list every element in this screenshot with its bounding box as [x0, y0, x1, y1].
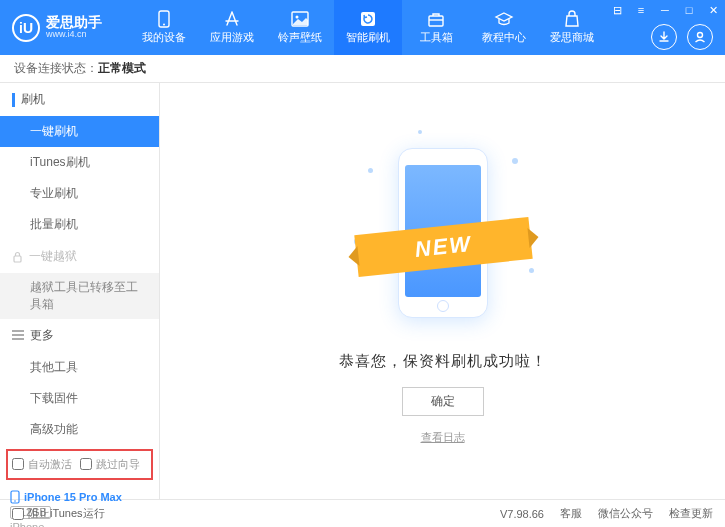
- sidebar-item-batch[interactable]: 批量刷机: [0, 209, 159, 240]
- sidebar-item-other-tools[interactable]: 其他工具: [0, 352, 159, 383]
- svg-point-1: [163, 24, 165, 26]
- svg-point-13: [14, 500, 16, 502]
- connection-status: 设备连接状态： 正常模式: [0, 55, 725, 83]
- logo-icon: iU: [12, 14, 40, 42]
- list-icon: [12, 330, 24, 340]
- sidebar-section-flash[interactable]: 刷机: [0, 83, 159, 116]
- sidebar-item-oneclick[interactable]: 一键刷机: [0, 116, 159, 147]
- pin-icon[interactable]: ⊟: [605, 0, 629, 20]
- download-button[interactable]: [651, 24, 677, 50]
- window-controls: ⊟ ≡ ─ □ ✕: [605, 0, 725, 20]
- graduation-icon: [494, 10, 514, 28]
- sidebar-item-pro[interactable]: 专业刷机: [0, 178, 159, 209]
- svg-rect-8: [14, 256, 21, 262]
- app-name: 爱思助手: [46, 15, 102, 30]
- highlighted-options: 自动激活 跳过向导: [6, 449, 153, 480]
- lock-icon: [12, 251, 23, 263]
- user-button[interactable]: [687, 24, 713, 50]
- main-panel: NEW 恭喜您，保资料刷机成功啦！ 确定 查看日志: [160, 83, 725, 499]
- footer-link-wechat[interactable]: 微信公众号: [598, 506, 653, 521]
- device-type: iPhone: [10, 521, 149, 527]
- nav-my-device[interactable]: 我的设备: [130, 0, 198, 55]
- appstore-icon: [222, 10, 242, 28]
- status-mode: 正常模式: [98, 60, 146, 77]
- footer-link-update[interactable]: 检查更新: [669, 506, 713, 521]
- top-nav: 我的设备 应用游戏 铃声壁纸 智能刷机 工具箱 教程中心 爱思商城: [130, 0, 606, 55]
- close-icon[interactable]: ✕: [701, 0, 725, 20]
- nav-toolbox[interactable]: 工具箱: [402, 0, 470, 55]
- sidebar: 刷机 一键刷机 iTunes刷机 专业刷机 批量刷机 一键越狱 越狱工具已转移至…: [0, 83, 160, 499]
- sidebar-item-itunes[interactable]: iTunes刷机: [0, 147, 159, 178]
- device-name: iPhone 15 Pro Max: [24, 491, 122, 503]
- app-url: www.i4.cn: [46, 30, 102, 40]
- version-label: V7.98.66: [500, 508, 544, 520]
- nav-tutorials[interactable]: 教程中心: [470, 0, 538, 55]
- view-log-link[interactable]: 查看日志: [421, 430, 465, 445]
- minimize-icon[interactable]: ─: [653, 0, 677, 20]
- sidebar-jailbreak-notice: 越狱工具已转移至工具箱: [0, 273, 159, 319]
- toolbox-icon: [426, 10, 446, 28]
- phone-small-icon: [10, 490, 20, 504]
- nav-ringtones[interactable]: 铃声壁纸: [266, 0, 334, 55]
- logo: iU 爱思助手 www.i4.cn: [0, 14, 130, 42]
- success-illustration: NEW: [378, 138, 508, 338]
- sidebar-item-advanced[interactable]: 高级功能: [0, 414, 159, 445]
- app-header: iU 爱思助手 www.i4.cn 我的设备 应用游戏 铃声壁纸 智能刷机 工具…: [0, 0, 725, 55]
- phone-icon: [154, 10, 174, 28]
- svg-point-7: [698, 33, 703, 38]
- checkbox-skip-guide[interactable]: 跳过向导: [80, 457, 140, 472]
- nav-smart-flash[interactable]: 智能刷机: [334, 0, 402, 55]
- footer-link-support[interactable]: 客服: [560, 506, 582, 521]
- sidebar-section-more[interactable]: 更多: [0, 319, 159, 352]
- sidebar-section-jailbreak: 一键越狱: [0, 240, 159, 273]
- svg-rect-5: [429, 16, 443, 26]
- menu-icon[interactable]: ≡: [629, 0, 653, 20]
- svg-rect-4: [361, 12, 375, 26]
- refresh-icon: [358, 10, 378, 28]
- svg-point-3: [296, 16, 299, 19]
- checkbox-auto-activate[interactable]: 自动激活: [12, 457, 72, 472]
- checkbox-block-itunes[interactable]: 阻止iTunes运行: [12, 506, 105, 521]
- bag-icon: [562, 10, 582, 28]
- sidebar-item-download-fw[interactable]: 下载固件: [0, 383, 159, 414]
- image-icon: [290, 10, 310, 28]
- ok-button[interactable]: 确定: [402, 387, 484, 416]
- nav-apps-games[interactable]: 应用游戏: [198, 0, 266, 55]
- nav-store[interactable]: 爱思商城: [538, 0, 606, 55]
- success-message: 恭喜您，保资料刷机成功啦！: [339, 352, 547, 371]
- maximize-icon[interactable]: □: [677, 0, 701, 20]
